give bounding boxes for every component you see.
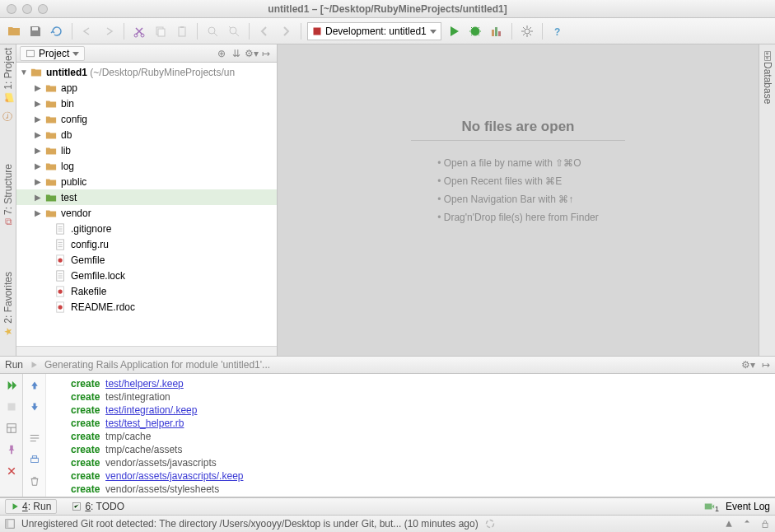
sidebar-tab-project[interactable]: 📁1: Project: [2, 48, 14, 105]
tree-file-Rakefile[interactable]: Rakefile: [16, 283, 277, 299]
up-arrow-button[interactable]: [26, 377, 43, 394]
pin-button[interactable]: [3, 441, 20, 458]
svg-rect-26: [7, 424, 16, 433]
sidebar-tab-database[interactable]: 🗄Database: [762, 51, 773, 104]
status-bar: Unregistered Git root detected: The dire…: [0, 516, 775, 532]
tip-item: Open Recent files with ⌘E: [437, 172, 599, 190]
collapse-all-icon[interactable]: ⇊: [229, 48, 244, 59]
run-play-small-icon: [30, 361, 38, 369]
open-folder-icon[interactable]: [5, 22, 23, 40]
undo-icon[interactable]: [78, 22, 96, 40]
tree-file--gitignore[interactable]: .gitignore: [16, 221, 277, 236]
status-message: Unregistered Git root detected: The dire…: [21, 518, 479, 530]
back-icon[interactable]: [255, 22, 273, 40]
help-icon[interactable]: ?: [549, 22, 567, 40]
svg-point-13: [525, 29, 530, 34]
console-line: create vendor/assets/javascripts: [54, 456, 767, 469]
debug-button[interactable]: [466, 22, 484, 40]
event-log-button[interactable]: 1 Event Log: [703, 501, 770, 512]
run-panel-body: create test/helpers/.keep create test/in…: [0, 374, 775, 497]
tree-file-README-rdoc[interactable]: README.rdoc: [16, 299, 277, 315]
run-config-select[interactable]: Development: untitled1: [307, 22, 441, 40]
folder-icon: [44, 113, 58, 126]
tree-folder-test[interactable]: ▶test: [16, 189, 277, 205]
console-output[interactable]: create test/helpers/.keep create test/in…: [46, 374, 775, 497]
spinner-icon: [483, 517, 497, 530]
bottom-tab-todo[interactable]: 6: TODO: [67, 500, 129, 513]
stop-button[interactable]: [3, 399, 20, 415]
svg-point-24: [58, 305, 63, 309]
folder-icon: [44, 97, 58, 110]
project-view-select[interactable]: Project: [20, 46, 85, 61]
svg-rect-8: [314, 27, 321, 35]
panel-settings-icon[interactable]: ⚙▾: [244, 48, 259, 59]
project-tree[interactable]: ▼ untitled1 (~/Desktop/RubyMineProjects/…: [16, 63, 277, 346]
console-line: create test/integration: [54, 390, 767, 404]
svg-rect-4: [179, 27, 185, 36]
refresh-icon[interactable]: [48, 22, 66, 40]
folder-icon: [44, 175, 58, 189]
console-line: create vendor/assets/stylesheets/.keep: [54, 496, 767, 497]
tree-folder-config[interactable]: ▶config: [16, 111, 277, 127]
autoscroll-icon[interactable]: ⊕: [214, 48, 229, 59]
console-line: create vendor/assets/javascripts/.keep: [54, 469, 767, 483]
layout-button[interactable]: [3, 420, 20, 436]
console-link[interactable]: test/integration/.keep: [105, 404, 197, 416]
console-link[interactable]: test/test_helper.rb: [105, 418, 184, 429]
run-button[interactable]: [445, 22, 463, 40]
hide-panel-icon[interactable]: ↦: [259, 48, 273, 59]
svg-rect-10: [492, 30, 494, 36]
paste-icon[interactable]: [173, 22, 191, 40]
project-panel-header: Project ⊕ ⇊ ⚙▾ ↦: [16, 44, 277, 63]
coverage-button[interactable]: [488, 22, 506, 40]
right-tool-gutter: 🗄Database: [759, 44, 775, 356]
lock-icon[interactable]: [759, 517, 772, 530]
tree-file-Gemfile[interactable]: Gemfile: [16, 252, 277, 268]
sidebar-tab-favorites[interactable]: ★2: Favorites: [2, 272, 14, 338]
console-line: create vendor/assets/stylesheets: [54, 483, 767, 496]
tree-root[interactable]: ▼ untitled1 (~/Desktop/RubyMineProjects/…: [16, 64, 277, 80]
folder-icon: [44, 128, 58, 142]
tree-folder-public[interactable]: ▶public: [16, 174, 277, 189]
find-icon[interactable]: [203, 22, 222, 40]
tree-folder-log[interactable]: ▶log: [16, 158, 277, 174]
replace-icon[interactable]: [225, 22, 243, 40]
soft-wrap-button[interactable]: [26, 430, 43, 446]
sidebar-tab-structure[interactable]: ⧉7: Structure: [2, 164, 14, 225]
bottom-tab-run[interactable]: 4: Run: [5, 499, 57, 514]
copy-icon[interactable]: [152, 22, 170, 40]
redo-icon[interactable]: [100, 22, 118, 40]
console-line: create test/helpers/.keep: [54, 377, 767, 390]
cut-icon[interactable]: [130, 22, 148, 40]
file-icon: [54, 254, 68, 267]
print-button[interactable]: [26, 451, 43, 468]
tree-folder-lib[interactable]: ▶lib: [16, 142, 277, 158]
down-arrow-button[interactable]: [26, 399, 43, 415]
tree-folder-vendor[interactable]: ▶vendor: [16, 205, 277, 221]
project-h-scrollbar[interactable]: [16, 346, 277, 356]
console-link[interactable]: vendor/assets/javascripts/.keep: [105, 470, 243, 482]
close-tab-button[interactable]: [3, 463, 20, 479]
run-panel-settings-icon[interactable]: ⚙▾: [741, 359, 755, 371]
file-icon: [54, 238, 68, 251]
git-icon[interactable]: [740, 517, 754, 530]
svg-rect-25: [7, 404, 15, 411]
tree-file-config-ru[interactable]: config.ru: [16, 236, 277, 252]
settings-icon[interactable]: [518, 22, 536, 40]
tree-folder-bin[interactable]: ▶bin: [16, 96, 277, 111]
svg-rect-30: [705, 504, 712, 510]
inspections-icon[interactable]: [722, 517, 735, 530]
forward-icon[interactable]: [277, 22, 295, 40]
bottom-toolbar: 4: Run 6: TODO 1 Event Log: [0, 497, 775, 516]
sidebar-tab-rubymine[interactable]: ⓡ: [1, 119, 15, 129]
trash-button[interactable]: [26, 473, 43, 489]
tree-file-Gemfile-lock[interactable]: Gemfile.lock: [16, 268, 277, 283]
console-line: create tmp/cache: [54, 430, 767, 443]
tree-folder-db[interactable]: ▶db: [16, 127, 277, 142]
tool-windows-icon[interactable]: [3, 517, 16, 530]
run-panel-hide-icon[interactable]: ↦: [762, 359, 770, 371]
tree-folder-app[interactable]: ▶app: [16, 80, 277, 96]
console-link[interactable]: test/helpers/.keep: [105, 378, 184, 390]
save-icon[interactable]: [26, 22, 44, 40]
rerun-button[interactable]: [3, 377, 20, 394]
